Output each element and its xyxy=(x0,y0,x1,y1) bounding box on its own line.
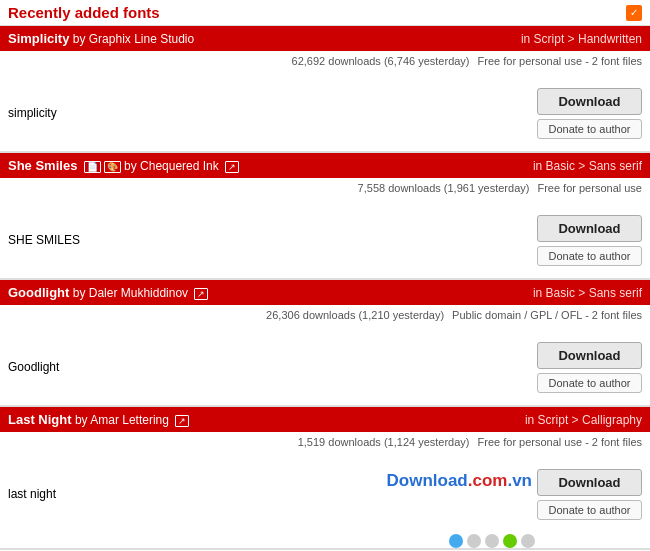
font-meta-row: 1,519 downloads (1,124 yesterday) Free f… xyxy=(0,432,650,452)
font-author: by Chequered Ink xyxy=(124,159,219,173)
font-entry-she-smiles: She Smiles 📄🎨 by Chequered Ink ↗ in Basi… xyxy=(0,153,650,280)
external-link-icon[interactable]: ↗ xyxy=(175,415,189,427)
watermark: Download.com.vn xyxy=(387,471,532,491)
dot-5 xyxy=(521,534,535,548)
font-preview-area: SHE SMILES Download Donate to author xyxy=(0,198,650,278)
external-link-icon[interactable]: ↗ xyxy=(225,161,239,173)
font-meta-row: 26,306 downloads (1,210 yesterday) Publi… xyxy=(0,305,650,325)
license-info: Free for personal use xyxy=(537,182,642,194)
donate-button[interactable]: Donate to author xyxy=(537,373,642,393)
font-preview-area: Goodlight Download Donate to author xyxy=(0,325,650,405)
font-name: Last Night xyxy=(8,412,72,427)
fonts-container: Simplicity by Graphix Line Studio in Scr… xyxy=(0,26,650,550)
font-meta-row: 7,558 downloads (1,961 yesterday) Free f… xyxy=(0,178,650,198)
font-action-area: Download Donate to author xyxy=(532,215,642,266)
font-author: by Amar Lettering xyxy=(75,413,169,427)
downloads-info: 62,692 downloads (6,746 yesterday) xyxy=(292,55,470,67)
font-name: Simplicity xyxy=(8,31,69,46)
font-category: in Script > Calligraphy xyxy=(525,413,642,427)
download-button[interactable]: Download xyxy=(537,215,642,242)
external-link-icon[interactable]: ↗ xyxy=(194,288,208,300)
donate-button[interactable]: Donate to author xyxy=(537,500,642,520)
font-preview-area: last night Download.com.vn Download Dona… xyxy=(0,452,650,532)
dot-4 xyxy=(503,534,517,548)
rss-icon[interactable]: ✓ xyxy=(626,5,642,21)
downloads-info: 1,519 downloads (1,124 yesterday) xyxy=(298,436,470,448)
page-header: Recently added fonts ✓ xyxy=(0,0,650,26)
license-info: Public domain / GPL / OFL - 2 font files xyxy=(452,309,642,321)
font-name-author: She Smiles 📄🎨 by Chequered Ink ↗ xyxy=(8,158,239,173)
donate-button[interactable]: Donate to author xyxy=(537,119,642,139)
dot-1 xyxy=(449,534,463,548)
font-entry-header: Simplicity by Graphix Line Studio in Scr… xyxy=(0,26,650,51)
font-entry-header: Last Night by Amar Lettering ↗ in Script… xyxy=(0,407,650,432)
icon2: 🎨 xyxy=(104,161,121,173)
font-entry-header: She Smiles 📄🎨 by Chequered Ink ↗ in Basi… xyxy=(0,153,650,178)
dot-2 xyxy=(467,534,481,548)
font-action-area: Download Donate to author xyxy=(532,469,642,520)
dots-row xyxy=(0,534,650,548)
donate-button[interactable]: Donate to author xyxy=(537,246,642,266)
downloads-info: 26,306 downloads (1,210 yesterday) xyxy=(266,309,444,321)
download-button[interactable]: Download xyxy=(537,88,642,115)
font-action-area: Download Donate to author xyxy=(532,88,642,139)
license-info: Free for personal use - 2 font files xyxy=(478,55,642,67)
font-action-area: Download Donate to author xyxy=(532,342,642,393)
font-preview-area: simplicity Download Donate to author xyxy=(0,71,650,151)
font-name: She Smiles xyxy=(8,158,77,173)
font-name: Goodlight xyxy=(8,285,69,300)
font-category: in Script > Handwritten xyxy=(521,32,642,46)
font-category: in Basic > Sans serif xyxy=(533,286,642,300)
font-preview-text: last night xyxy=(8,487,56,501)
font-category: in Basic > Sans serif xyxy=(533,159,642,173)
license-info: Free for personal use - 2 font files xyxy=(478,436,642,448)
font-preview-text: Goodlight xyxy=(8,360,59,374)
icon1: 📄 xyxy=(84,161,101,173)
page-title: Recently added fonts xyxy=(8,4,160,21)
font-author: by Graphix Line Studio xyxy=(73,32,194,46)
font-name-author: Simplicity by Graphix Line Studio xyxy=(8,31,194,46)
font-name-author: Last Night by Amar Lettering ↗ xyxy=(8,412,189,427)
downloads-info: 7,558 downloads (1,961 yesterday) xyxy=(358,182,530,194)
font-author: by Daler Mukhiddinov xyxy=(73,286,188,300)
font-entry-last-night: Last Night by Amar Lettering ↗ in Script… xyxy=(0,407,650,550)
font-entry-simplicity: Simplicity by Graphix Line Studio in Scr… xyxy=(0,26,650,153)
font-preview-text: simplicity xyxy=(8,106,57,120)
font-entry-goodlight: Goodlight by Daler Mukhiddinov ↗ in Basi… xyxy=(0,280,650,407)
download-button[interactable]: Download xyxy=(537,469,642,496)
font-name-author: Goodlight by Daler Mukhiddinov ↗ xyxy=(8,285,208,300)
font-meta-row: 62,692 downloads (6,746 yesterday) Free … xyxy=(0,51,650,71)
font-entry-header: Goodlight by Daler Mukhiddinov ↗ in Basi… xyxy=(0,280,650,305)
font-preview-text: SHE SMILES xyxy=(8,233,80,247)
dot-3 xyxy=(485,534,499,548)
download-button[interactable]: Download xyxy=(537,342,642,369)
